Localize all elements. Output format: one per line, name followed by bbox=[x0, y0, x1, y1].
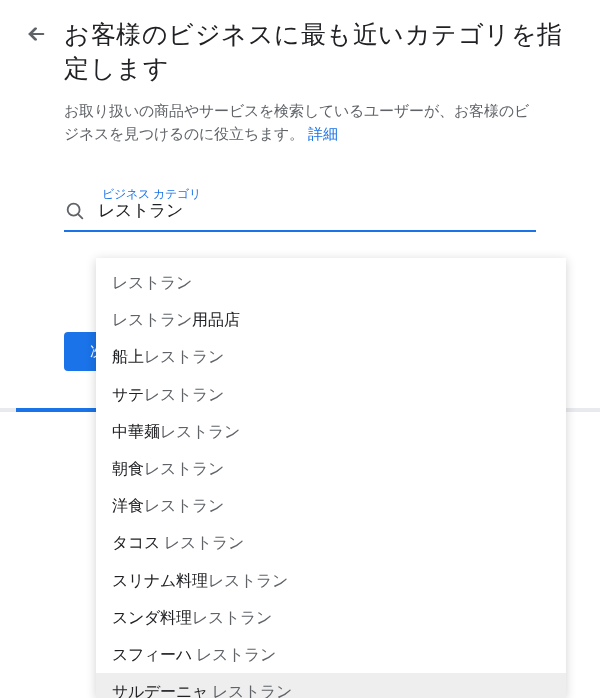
category-dropdown: レストランレストラン用品店船上レストランサテレストラン中華麺レストラン朝食レスト… bbox=[96, 258, 566, 698]
dropdown-item[interactable]: 中華麺レストラン bbox=[96, 413, 566, 450]
details-link[interactable]: 詳細 bbox=[308, 126, 338, 142]
dropdown-item[interactable]: レストラン bbox=[96, 264, 566, 301]
dropdown-item[interactable]: スリナム料理レストラン bbox=[96, 562, 566, 599]
dropdown-item-match: レストラン bbox=[208, 572, 288, 589]
search-icon bbox=[64, 200, 86, 222]
dropdown-item[interactable]: サテレストラン bbox=[96, 376, 566, 413]
dropdown-item[interactable]: サルデーニャ レストラン bbox=[96, 673, 566, 698]
dropdown-item-match: レストラン bbox=[144, 460, 224, 477]
dropdown-item-match: レストラン bbox=[192, 609, 272, 626]
category-input[interactable] bbox=[98, 201, 536, 221]
dropdown-item-prefix: サルデーニャ bbox=[112, 683, 212, 698]
dropdown-item[interactable]: 洋食レストラン bbox=[96, 487, 566, 524]
dropdown-item-match: レストラン bbox=[212, 683, 292, 698]
dropdown-item[interactable]: スフィーハ レストラン bbox=[96, 636, 566, 673]
page-title: お客様のビジネスに最も近いカテゴリを指定します bbox=[64, 18, 576, 86]
dropdown-item-match: レストラン bbox=[112, 274, 192, 291]
svg-line-2 bbox=[78, 214, 82, 218]
dropdown-item[interactable]: 朝食レストラン bbox=[96, 450, 566, 487]
dropdown-item-prefix: スンダ料理 bbox=[112, 609, 192, 626]
dropdown-item[interactable]: レストラン用品店 bbox=[96, 301, 566, 338]
back-button[interactable] bbox=[24, 24, 48, 48]
page-subtitle: お取り扱いの商品やサービスを検索しているユーザーが、お客様のビジネスを見つけるの… bbox=[0, 86, 600, 146]
dropdown-item-match: レストラン bbox=[144, 386, 224, 403]
dropdown-item-match: レストラン bbox=[144, 497, 224, 514]
dropdown-item-prefix: タコス bbox=[112, 534, 164, 551]
dropdown-item-prefix: 朝食 bbox=[112, 460, 144, 477]
dropdown-item-prefix: スフィーハ bbox=[112, 646, 196, 663]
dropdown-item[interactable]: タコス レストラン bbox=[96, 524, 566, 561]
dropdown-item-match: レストラン bbox=[164, 534, 244, 551]
arrow-left-icon bbox=[25, 23, 47, 49]
dropdown-item-match: レストラン bbox=[144, 348, 224, 365]
dropdown-item-match: レストラン bbox=[112, 311, 192, 328]
subtitle-text: お取り扱いの商品やサービスを検索しているユーザーが、お客様のビジネスを見つけるの… bbox=[64, 103, 529, 142]
dropdown-item[interactable]: スンダ料理レストラン bbox=[96, 599, 566, 636]
dropdown-item-prefix: 洋食 bbox=[112, 497, 144, 514]
dropdown-item-suffix: 用品店 bbox=[192, 311, 240, 328]
dropdown-item-prefix: 船上 bbox=[112, 348, 144, 365]
dropdown-item-prefix: 中華麺 bbox=[112, 423, 160, 440]
dropdown-item[interactable]: 船上レストラン bbox=[96, 338, 566, 375]
progress-fill bbox=[16, 408, 104, 412]
dropdown-item-match: レストラン bbox=[196, 646, 276, 663]
dropdown-item-prefix: サテ bbox=[112, 386, 144, 403]
category-field-label: ビジネス カテゴリ bbox=[100, 186, 203, 203]
dropdown-item-match: レストラン bbox=[160, 423, 240, 440]
dropdown-item-prefix: スリナム料理 bbox=[112, 572, 208, 589]
